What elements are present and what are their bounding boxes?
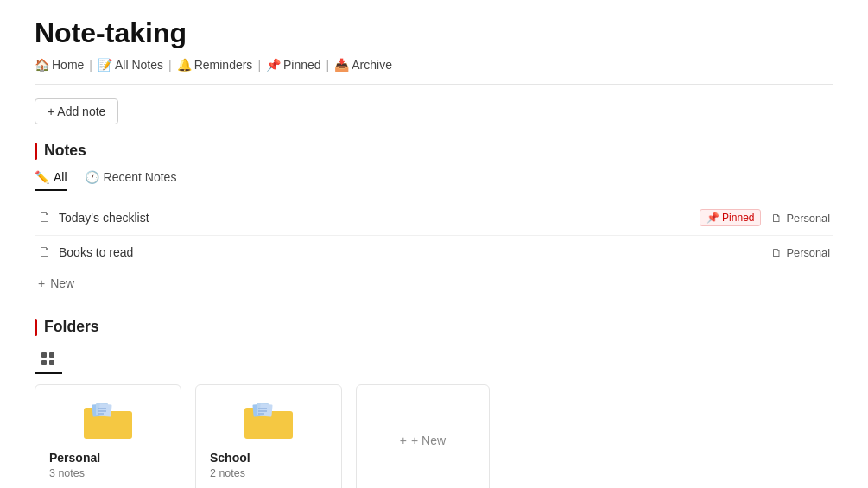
folder-card-school[interactable]: School 2 notes (195, 384, 342, 488)
breadcrumb-pinned[interactable]: 📌 Pinned (266, 58, 321, 72)
notes-tabs: ✏️ All 🕐 Recent Notes (35, 170, 833, 191)
notes-red-bar (35, 143, 37, 160)
folders-red-bar (35, 319, 37, 336)
note-folder-todays: 🗋 Personal (771, 212, 830, 225)
tab-recent-notes[interactable]: 🕐 Recent Notes (85, 170, 177, 191)
pinned-badge: 📌 Pinned (700, 209, 761, 226)
notes-section: Notes ✏️ All 🕐 Recent Notes 🗋 Today's ch… (35, 142, 833, 297)
svg-rect-2 (41, 360, 47, 365)
folder-icon-wrap-school (210, 399, 327, 442)
svg-rect-1 (49, 352, 54, 358)
add-note-button[interactable]: + Add note (35, 98, 118, 124)
new-note-label: New (50, 276, 74, 290)
new-note-button[interactable]: + New (35, 269, 833, 297)
breadcrumb: 🏠 Home | 📝 All Notes | 🔔 Reminders | 📌 P… (35, 58, 833, 85)
notes-heading: Notes (44, 142, 86, 160)
breadcrumb-sep-4: | (326, 58, 330, 72)
notes-icon: 📝 (98, 58, 112, 72)
breadcrumb-all-notes[interactable]: 📝 All Notes (98, 58, 163, 72)
pin-badge-icon: 📌 (706, 212, 719, 224)
breadcrumb-sep-1: | (89, 58, 92, 72)
note-left-books: 🗋 Books to read (38, 244, 133, 260)
folder-name-personal: Personal (49, 451, 100, 465)
folders-grid: Personal 3 notes School 2 notes (35, 384, 833, 488)
note-doc-icon-2: 🗋 (38, 244, 52, 260)
breadcrumb-sep-2: | (168, 58, 172, 72)
folder-badge-doc-icon-1: 🗋 (771, 212, 782, 225)
note-folder-books: 🗋 Personal (771, 246, 830, 259)
note-left-todays: 🗋 Today's checklist (38, 210, 149, 225)
tab-all[interactable]: ✏️ All (35, 170, 67, 191)
new-folder-button[interactable]: + + New (356, 384, 490, 488)
svg-rect-0 (41, 352, 47, 358)
svg-rect-3 (49, 360, 54, 365)
note-title-books-to-read: Books to read (59, 245, 133, 259)
folders-heading: Folders (44, 318, 99, 336)
grid-view-button[interactable] (35, 346, 62, 374)
note-row-books-to-read[interactable]: 🗋 Books to read 🗋 Personal (35, 236, 833, 269)
svg-rect-16 (259, 403, 272, 416)
clock-icon: 🕐 (85, 170, 99, 184)
folder-card-personal[interactable]: Personal 3 notes (35, 384, 181, 488)
pin-icon: 📌 (266, 58, 281, 72)
breadcrumb-archive[interactable]: 📥 Archive (334, 58, 392, 72)
notes-heading-row: Notes (35, 142, 833, 160)
folder-count-school: 2 notes (210, 467, 245, 479)
breadcrumb-reminders[interactable]: 🔔 Reminders (177, 58, 253, 72)
archive-icon: 📥 (334, 58, 349, 72)
folder-count-personal: 3 notes (49, 467, 85, 479)
new-folder-plus-icon: + (400, 434, 407, 447)
breadcrumb-sep-3: | (257, 58, 261, 72)
note-title-todays-checklist: Today's checklist (59, 211, 149, 225)
new-note-plus-icon: + (38, 276, 45, 290)
folder-icon-school (243, 399, 295, 442)
folder-badge-doc-icon-2: 🗋 (771, 246, 782, 259)
folders-heading-row: Folders (35, 318, 833, 336)
svg-rect-8 (98, 403, 111, 416)
page-title: Note-taking (35, 17, 833, 49)
breadcrumb-home[interactable]: 🏠 Home (35, 58, 84, 72)
note-doc-icon-1: 🗋 (38, 210, 52, 225)
note-row-todays-checklist[interactable]: 🗋 Today's checklist 📌 Pinned 🗋 Personal (35, 200, 833, 236)
folder-icon-wrap-personal (49, 399, 167, 442)
grid-icon (41, 352, 55, 366)
note-right-todays: 📌 Pinned 🗋 Personal (700, 209, 830, 226)
reminders-icon: 🔔 (177, 58, 192, 72)
notes-list: 🗋 Today's checklist 📌 Pinned 🗋 Personal … (35, 200, 833, 269)
pencil-icon: ✏️ (35, 170, 49, 184)
folder-icon-personal (82, 399, 134, 442)
note-right-books: 🗋 Personal (771, 246, 830, 259)
new-folder-label: + New (411, 434, 446, 447)
folder-name-school: School (210, 451, 250, 465)
home-icon: 🏠 (35, 58, 49, 72)
folders-section: Folders (35, 318, 833, 488)
